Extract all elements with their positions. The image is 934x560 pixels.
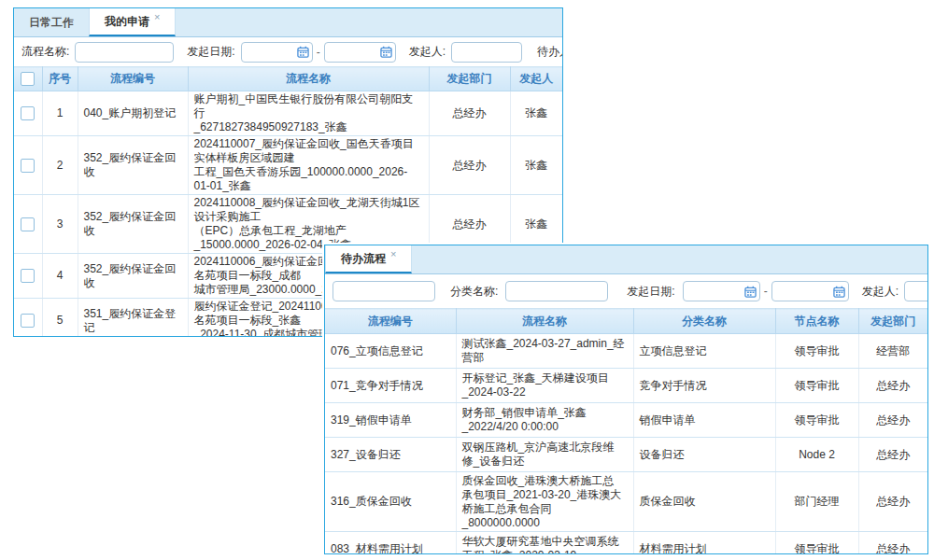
row-checkbox[interactable] <box>21 314 35 328</box>
calendar-icon[interactable] <box>297 46 309 58</box>
col-header-no[interactable]: 序号 <box>42 67 78 91</box>
select-all-checkbox[interactable] <box>21 72 35 86</box>
start-date-from-field[interactable] <box>687 285 744 298</box>
dept-cell: 总经办 <box>429 91 510 136</box>
process-name-cell: 账户期初_中国民生银行股份有限公司朝阳支行 _62718273849509271… <box>188 91 429 136</box>
col-header-node[interactable]: 节点名称 <box>775 309 858 334</box>
start-date-to-input[interactable] <box>324 42 396 63</box>
checkbox-cell <box>14 195 42 254</box>
start-date-to-field[interactable] <box>329 46 380 59</box>
dept-cell: 总经办 <box>858 472 927 532</box>
date-range-separator: - <box>764 285 768 298</box>
col-header-category[interactable]: 分类名称 <box>633 309 775 334</box>
process-code-cell: 352_履约保证金回收 <box>78 254 188 299</box>
dept-cell: 总经办 <box>858 438 927 472</box>
node-cell: Node 2 <box>775 438 858 472</box>
process-code-cell: 352_履约保证金回收 <box>78 195 188 254</box>
category-cell: 质保金回收 <box>633 472 775 532</box>
tab-my-applications-label: 我的申请 <box>105 14 149 30</box>
category-cell: 设备归还 <box>633 438 775 472</box>
process-code-cell: 316_质保金回收 <box>325 472 456 532</box>
process-code-cell: 076_立项信息登记 <box>325 334 456 369</box>
initiator-cell: 张鑫 <box>510 91 562 136</box>
process-code-cell: 040_账户期初登记 <box>78 91 188 136</box>
calendar-icon[interactable] <box>380 46 392 58</box>
initiator-label: 发起人: <box>862 284 899 300</box>
col-header-process-code[interactable]: 流程编号 <box>325 309 456 334</box>
process-name-cell: 质保金回收_港珠澳大桥施工总 承包项目_2021-03-20_港珠澳大 桥施工总… <box>456 472 633 532</box>
pending-person-label: 待办人: <box>537 44 563 60</box>
node-cell: 领导审批 <box>775 403 858 438</box>
start-date-to-input[interactable] <box>771 281 849 301</box>
tab-todo-label: 待办流程 <box>341 251 386 267</box>
category-cell: 竞争对手情况 <box>633 369 775 403</box>
tab-daily-work[interactable]: 日常工作 <box>14 8 89 36</box>
process-code-cell: 083_材料需用计划 <box>325 532 456 555</box>
process-code-cell: 071_竞争对手情况 <box>325 369 456 403</box>
process-name-cell: 开标登记_张鑫_天梯建设项目 _2024-03-22 <box>456 369 633 403</box>
todo-table: 流程编号 流程名称 分类名称 节点名称 发起部门 076_立项信息登记 测试张鑫… <box>325 308 927 554</box>
calendar-icon[interactable] <box>744 286 757 298</box>
table-row[interactable]: 316_质保金回收 质保金回收_港珠澳大桥施工总 承包项目_2021-03-20… <box>325 472 927 532</box>
process-code-cell: 352_履约保证金回收 <box>78 136 188 195</box>
process-name-cell: 财务部_销假申请单_张鑫 _2022/4/20 0:00:00 <box>456 403 633 438</box>
table-header-row: 流程编号 流程名称 分类名称 节点名称 发起部门 <box>325 309 927 334</box>
start-date-from-input[interactable] <box>241 42 313 63</box>
checkbox-cell <box>14 299 42 338</box>
table-row[interactable]: 083_材料需用计划 华软大厦研究基地中央空调系统 工程_张鑫_2020-03-… <box>325 532 927 555</box>
start-date-label: 发起日期: <box>627 284 674 300</box>
todo-tabbar: 待办流程 × <box>325 245 927 274</box>
table-row[interactable]: 071_竞争对手情况 开标登记_张鑫_天梯建设项目 _2024-03-22 竞争… <box>325 369 927 403</box>
tab-my-applications[interactable]: 我的申请 × <box>89 8 176 36</box>
node-cell: 领导审批 <box>775 532 858 555</box>
tab-todo-processes[interactable]: 待办流程 × <box>325 245 412 273</box>
todo-window: 待办流程 × 分类名称: 发起日期: - 发起人: 流程编号 流程名称 分类名称… <box>324 245 928 554</box>
start-date-to-field[interactable] <box>776 285 833 298</box>
col-header-process-name[interactable]: 流程名称 <box>188 67 429 91</box>
dept-cell: 总经办 <box>858 532 927 555</box>
dept-cell: 经营部 <box>858 334 927 369</box>
col-header-initiator[interactable]: 发起人 <box>510 67 562 91</box>
select-all-header <box>14 67 42 91</box>
col-header-dept[interactable]: 发起部门 <box>429 67 510 91</box>
process-name-input[interactable] <box>333 281 435 301</box>
row-checkbox[interactable] <box>21 269 35 283</box>
process-name-cell: 华软大厦研究基地中央空调系统 工程_张鑫_2020-03-19 <box>456 532 633 555</box>
col-header-process-code[interactable]: 流程编号 <box>78 67 188 91</box>
row-checkbox[interactable] <box>21 159 35 173</box>
category-cell: 材料需用计划 <box>633 532 775 555</box>
process-name-label: 流程名称: <box>21 44 69 60</box>
process-name-cell: 测试张鑫_2024-03-27_admin_经 营部 <box>456 334 633 369</box>
checkbox-cell <box>14 254 42 299</box>
row-number-cell: 1 <box>42 91 78 136</box>
my-requests-tabbar: 日常工作 我的申请 × <box>14 8 562 37</box>
category-name-input[interactable] <box>505 281 608 301</box>
date-range-separator: - <box>317 46 320 59</box>
calendar-icon[interactable] <box>833 286 845 298</box>
row-number-cell: 3 <box>42 195 78 254</box>
row-number-cell: 2 <box>42 136 78 195</box>
col-header-process-name[interactable]: 流程名称 <box>456 309 633 334</box>
table-row[interactable]: 1 040_账户期初登记 账户期初_中国民生银行股份有限公司朝阳支行 _6271… <box>14 91 562 136</box>
table-row[interactable]: 076_立项信息登记 测试张鑫_2024-03-27_admin_经 营部 立项… <box>325 334 927 369</box>
start-date-from-input[interactable] <box>683 281 760 301</box>
table-row[interactable]: 319_销假申请单 财务部_销假申请单_张鑫 _2022/4/20 0:00:0… <box>325 403 927 438</box>
process-name-cell: 双钢压路机_京沪高速北京段维 修_设备归还 <box>456 438 633 472</box>
table-row[interactable]: 2 352_履约保证金回收 2024110007_履约保证金回收_国色天香项目实… <box>14 136 562 195</box>
dept-cell: 总经办 <box>858 369 927 403</box>
row-checkbox[interactable] <box>21 217 35 231</box>
node-cell: 领导审批 <box>775 334 858 369</box>
close-icon[interactable]: × <box>390 248 396 259</box>
table-row[interactable]: 327_设备归还 双钢压路机_京沪高速北京段维 修_设备归还 设备归还 Node… <box>325 438 927 472</box>
row-checkbox[interactable] <box>21 106 35 120</box>
start-date-from-field[interactable] <box>246 46 297 59</box>
col-header-dept[interactable]: 发起部门 <box>858 309 927 334</box>
process-name-cell: 2024110007_履约保证金回收_国色天香项目实体样板房区域园建 工程_国色… <box>188 136 429 195</box>
start-date-label: 发起日期: <box>187 44 234 60</box>
close-icon[interactable]: × <box>154 11 160 22</box>
initiator-input[interactable] <box>904 281 928 301</box>
process-code-cell: 351_履约保证金登记 <box>78 299 188 338</box>
process-name-input[interactable] <box>75 42 174 63</box>
tab-daily-work-label: 日常工作 <box>29 15 74 31</box>
initiator-input[interactable] <box>451 42 522 63</box>
